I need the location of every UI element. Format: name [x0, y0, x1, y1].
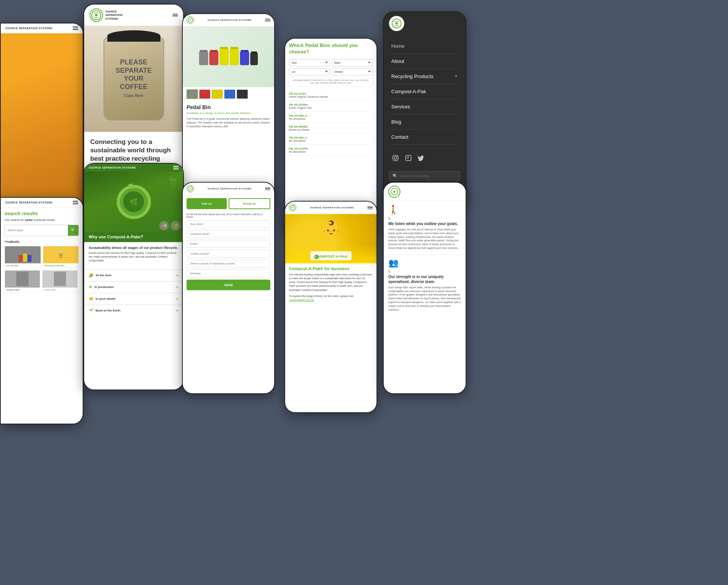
product-name: Brown Dry Waste	[289, 128, 373, 131]
bin-blue	[240, 52, 249, 65]
phone7-hamburger[interactable]	[173, 166, 179, 169]
nav-item-recycling-products[interactable]: Recycling Products▼	[391, 69, 458, 84]
accordion-icon: 🌱	[89, 308, 93, 313]
lid-filter[interactable]: Lid Yellow Green	[289, 68, 330, 75]
accordion-item-in-production[interactable]: ♻ In production +	[84, 281, 183, 293]
search-results-title: search results	[5, 211, 79, 216]
phone8-header: SOURCE SEPARATION SYSTEMS	[183, 183, 274, 195]
products-label: Products	[5, 240, 79, 244]
product-thumb-bins[interactable]: ee Cup Bin	[5, 246, 41, 268]
thumb-3[interactable]	[212, 89, 223, 99]
accordion-item-at-the-farm[interactable]: 🌽 At the farm +	[84, 269, 183, 281]
product-name: No description	[289, 150, 373, 153]
product-list-item[interactable]: PB-45-GGRNGreen Organic Slot	[289, 101, 373, 112]
phone4-content: Which Pedal Bins should you choose? Size…	[285, 39, 377, 160]
phone6-hamburger[interactable]	[73, 201, 78, 204]
step1-number: 1.	[388, 216, 461, 220]
phone10-logo	[388, 186, 400, 198]
search-icon: 🔍	[392, 174, 398, 178]
phone3-content: Pedal Bin Available in a range of sizes …	[183, 101, 274, 131]
phone8-brand: SOURCE SEPARATION SYSTEMS	[207, 188, 251, 190]
thumb-5[interactable]	[237, 89, 248, 99]
phone9-brand: SOURCE SEPARATION SYSTEMS	[310, 206, 354, 209]
nav-item-contact[interactable]: Contact	[391, 130, 458, 145]
phone3-hamburger[interactable]	[265, 19, 270, 22]
form-field-delivery_suburb_(if_requesting_a_quote)[interactable]	[187, 260, 270, 267]
phone7-brand: SOURCE SEPARATION SYSTEMS	[89, 166, 136, 169]
segment-2: 🌾	[171, 221, 180, 230]
instagram-icon[interactable]	[391, 154, 400, 162]
search-submit-button[interactable]: 🔍	[68, 225, 78, 236]
child-icon: 👶	[322, 220, 340, 238]
compostapak-link[interactable]: compostapak.com.au	[289, 299, 314, 301]
phone9-logo	[289, 204, 297, 211]
product-list-item[interactable]: PB-45-RBLUNo description	[289, 112, 373, 123]
accordion-icon: 🤲	[89, 297, 93, 301]
step-2: 👥 2. Our strength is in our uniquely spe…	[388, 258, 461, 312]
form-field-email[interactable]	[187, 240, 270, 248]
accordion-item-in-your-hands[interactable]: 🤲 In your hands +	[84, 293, 183, 305]
nav-item-compost-a-pak[interactable]: Compost-A-Pak	[391, 84, 458, 99]
contact-buttons: Call us Email us	[183, 195, 274, 212]
product-thumb-3[interactable]: Outdoor Bins	[5, 270, 40, 292]
form-field-company_name[interactable]	[187, 230, 270, 238]
product-thumb-4[interactable]: Station Bins	[42, 270, 78, 292]
product-thumb-can[interactable]: 🥫 Recycling Can Bin	[43, 246, 79, 268]
product-grid: ee Cup Bin 🥫 Recycling Can Bin	[5, 246, 79, 268]
step1-desc: Once engaged, we visit you to discuss in…	[388, 228, 461, 250]
thumb-2[interactable]	[199, 89, 210, 99]
phone3-thumbnails	[183, 87, 274, 101]
thumb-4[interactable]	[224, 89, 235, 99]
phone8-hamburger[interactable]	[265, 187, 270, 191]
send-button[interactable]: Send	[187, 280, 270, 290]
thumb-1[interactable]	[187, 89, 198, 99]
product-list-item[interactable]: PB-45-RBLUNo description	[289, 134, 373, 145]
nav-item-about[interactable]: About	[391, 54, 458, 69]
phone4-title: Which Pedal Bins should you choose?	[289, 42, 373, 55]
accordion-icon: 🌽	[89, 273, 93, 277]
search-input[interactable]	[400, 174, 457, 178]
search-again-input[interactable]	[5, 227, 68, 233]
phone7-description: Known across the industry for their high…	[89, 251, 179, 263]
form-field-your_name[interactable]	[187, 220, 270, 228]
nav-item-blog[interactable]: Blog	[391, 114, 458, 130]
nav-item-home[interactable]: Home	[391, 39, 458, 54]
phone9-link-text: To explore the range of liners for the h…	[289, 294, 373, 302]
stream-filter[interactable]: Stream Paper & Recycling General Waste	[332, 68, 373, 75]
form-field-contact_number[interactable]	[187, 250, 270, 258]
twitter-icon[interactable]	[417, 154, 425, 162]
search-box: 🔍	[5, 225, 79, 236]
product-list-item[interactable]: PB-90-WREDBrown Dry Waste	[289, 123, 373, 134]
accordion-label: At the farm	[96, 274, 111, 277]
hamburger-icon[interactable]	[73, 27, 78, 30]
phone1-header: SOURCE SEPARATION SYSTEMS	[1, 23, 83, 33]
accordion-label: In your hands	[96, 297, 115, 300]
product-desc: The Pedal Bin is a great commercial solu…	[187, 117, 270, 128]
compost-circle: 🌿	[117, 185, 151, 219]
accordion-plus-icon: +	[176, 296, 179, 302]
product-list-item[interactable]: PB-30-GYELGreen Organic Closed w/ Handle	[289, 90, 373, 101]
search-bar: 🔍	[389, 171, 460, 181]
phone-card-7: SOURCE SEPARATION SYSTEMS 🍃 🌿 🏭 🌾 Why us…	[83, 163, 184, 390]
accordion-plus-icon: +	[176, 308, 179, 313]
social-icons-row	[384, 149, 466, 167]
phone9-hamburger[interactable]	[367, 206, 373, 210]
phone2-logo-text: SOURCESEPARATIONSYSTEMS	[105, 10, 122, 20]
phone2-hamburger[interactable]	[173, 14, 178, 17]
size-filter[interactable]: Size 30 Litre 45 Litre 90 Litre	[289, 59, 330, 66]
bins-display	[199, 48, 258, 65]
can-thumbnail: 🥫	[43, 246, 79, 263]
can-label: Recycling Can Bin	[43, 263, 79, 268]
product-list-item[interactable]: PB-45-GGRNNo description	[289, 145, 373, 156]
email-button[interactable]: Email us	[229, 198, 270, 209]
base-filter[interactable]: Base Red Green	[332, 59, 373, 66]
accordion-label: In production	[94, 285, 114, 289]
compost-pak-label: COMPOST-A-PAK	[314, 255, 347, 258]
phone-card-3: SOURCE SEPARATION SYSTEMS Pedal Bin Avai…	[182, 13, 275, 210]
accordion-item-back-to-the-earth[interactable]: 🌱 Back to the Earth +	[84, 305, 183, 316]
form-field-message[interactable]	[187, 269, 270, 277]
facebook-icon[interactable]	[404, 154, 413, 162]
phone6-header: SOURCE SEPARATION SYSTEMS	[1, 198, 83, 208]
nav-item-services[interactable]: Services	[391, 99, 458, 114]
call-button[interactable]: Call us	[187, 198, 227, 209]
